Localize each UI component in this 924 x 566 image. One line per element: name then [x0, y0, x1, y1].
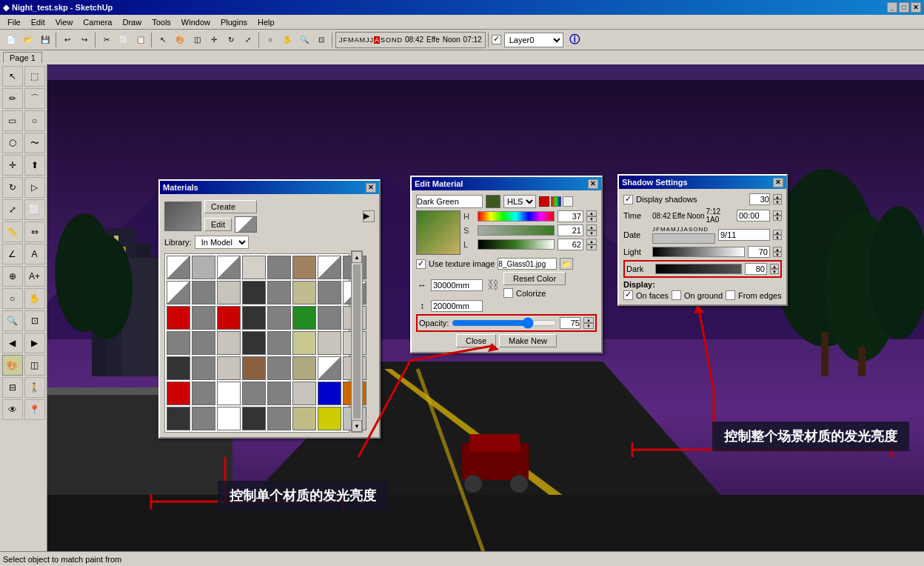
mat-cell[interactable]	[192, 356, 215, 380]
tool-rotate[interactable]: ↻	[2, 177, 23, 198]
mat-cell[interactable]	[167, 331, 190, 355]
mat-cell[interactable]	[292, 407, 316, 430]
menu-camera[interactable]: Camera	[78, 16, 116, 28]
toolbar-zoomext[interactable]: ⊡	[313, 32, 329, 48]
toolbar-save[interactable]: 💾	[37, 32, 53, 48]
mat-cell[interactable]	[217, 382, 241, 405]
scroll-up-btn[interactable]: ▲	[352, 251, 362, 263]
mat-cell[interactable]	[242, 356, 266, 380]
minimize-btn[interactable]: _	[887, 2, 897, 13]
toolbar-copy[interactable]: ⬜	[116, 32, 132, 48]
mat-cell[interactable]	[242, 382, 266, 405]
mat-cell[interactable]	[292, 382, 316, 405]
opacity-spin-down[interactable]: ▼	[583, 323, 594, 329]
shadow-titlebar[interactable]: Shadow Settings ✕	[619, 176, 786, 189]
tool-prev[interactable]: ◀	[2, 333, 23, 353]
mat-cell[interactable]	[192, 331, 215, 355]
mat-cell[interactable]	[318, 281, 341, 304]
color-custom-btn[interactable]	[563, 196, 573, 207]
materials-close[interactable]: ✕	[366, 183, 376, 193]
mat-cell[interactable]	[267, 331, 291, 355]
toolbar-paste[interactable]: 📋	[133, 32, 149, 48]
display-shadows-checkbox[interactable]	[623, 195, 633, 204]
tool-space[interactable]: ⬚	[24, 66, 45, 87]
tool-eraser[interactable]: ◫	[24, 355, 45, 376]
tool-lookaround[interactable]: 👁	[2, 399, 23, 420]
mat-cell[interactable]	[267, 281, 291, 304]
opacity-value[interactable]	[560, 317, 580, 329]
toolbar-new[interactable]: 📄	[3, 32, 19, 48]
opacity-spin-up[interactable]: ▲	[583, 317, 594, 323]
l-slider[interactable]	[478, 239, 555, 250]
toolbar-undo[interactable]: ↩	[59, 32, 76, 48]
mat-cell[interactable]	[192, 256, 215, 279]
dark-spin-down[interactable]: ▼	[770, 269, 779, 274]
tool-followme[interactable]: ▷	[24, 177, 45, 198]
make-new-btn[interactable]: Make New	[499, 334, 557, 347]
mat-cell[interactable]	[242, 256, 266, 279]
toolbar-paint[interactable]: 🎨	[172, 32, 188, 48]
materials-titlebar[interactable]: Materials ✕	[160, 181, 379, 194]
s-spin-down[interactable]: ▼	[586, 230, 597, 236]
l-spin-up[interactable]: ▲	[586, 239, 597, 244]
menu-file[interactable]: File	[3, 16, 25, 28]
mat-cell[interactable]	[292, 256, 316, 279]
tool-move[interactable]: ✛	[2, 155, 23, 176]
mat-cell[interactable]	[242, 306, 266, 330]
edit-material-titlebar[interactable]: Edit Material ✕	[412, 177, 601, 190]
s-value[interactable]	[558, 224, 583, 236]
menu-window[interactable]: Window	[177, 16, 215, 28]
tool-zoom[interactable]: 🔍	[2, 310, 23, 331]
maximize-btn[interactable]: □	[899, 2, 909, 13]
tool-protractor[interactable]: ∠	[2, 244, 23, 264]
tool-circle[interactable]: ○	[24, 110, 45, 131]
l-spin-down[interactable]: ▼	[586, 244, 597, 250]
date-spin-up[interactable]: ▲	[773, 230, 782, 235]
shadow-close[interactable]: ✕	[773, 178, 783, 187]
menu-draw[interactable]: Draw	[118, 16, 146, 28]
toolbar-cut[interactable]: ✂	[98, 32, 115, 48]
mat-cell[interactable]	[217, 281, 241, 304]
color-wheel-btn[interactable]	[551, 196, 561, 207]
mat-cell[interactable]	[267, 306, 291, 330]
tool-zoomwin[interactable]: ⊡	[24, 310, 45, 331]
mat-cell[interactable]	[167, 306, 190, 330]
tool-rect[interactable]: ▭	[2, 110, 23, 131]
tool-arc[interactable]: ⌒	[24, 88, 45, 109]
tool-next[interactable]: ▶	[24, 333, 45, 353]
toolbar-zoom[interactable]: 🔍	[296, 32, 312, 48]
dim1-input[interactable]	[431, 279, 483, 291]
mat-cell[interactable]	[318, 382, 341, 405]
mat-cell[interactable]	[242, 281, 266, 304]
material-name-input[interactable]	[416, 195, 483, 208]
texture-browse-btn[interactable]: 📁	[560, 258, 573, 270]
layer-info-btn[interactable]: ⓘ	[566, 32, 583, 48]
on-ground-checkbox[interactable]	[672, 290, 681, 300]
close-btn[interactable]: ✕	[911, 2, 921, 13]
time-spin-down[interactable]: ▼	[773, 216, 782, 221]
tool-orbit[interactable]: ○	[2, 288, 23, 309]
scroll-down-btn[interactable]: ▼	[352, 420, 362, 432]
mat-cell[interactable]	[217, 256, 241, 279]
mat-cell[interactable]	[267, 407, 291, 430]
s-spin-up[interactable]: ▲	[586, 224, 597, 230]
materials-win-controls[interactable]: ✕	[366, 183, 376, 193]
menu-plugins[interactable]: Plugins	[216, 16, 252, 28]
mat-cell[interactable]	[292, 281, 316, 304]
tool-pencil[interactable]: ✏	[2, 88, 23, 109]
tool-text[interactable]: A	[24, 244, 45, 264]
mat-cell[interactable]	[167, 407, 190, 430]
edit-material-close[interactable]: ✕	[588, 179, 598, 189]
display-spin-down[interactable]: ▼	[773, 199, 782, 204]
dark-slider[interactable]	[655, 264, 742, 274]
light-value[interactable]	[748, 246, 770, 258]
toolbar-orbit[interactable]: ○	[262, 32, 278, 48]
light-slider[interactable]	[652, 247, 745, 257]
mat-cell[interactable]	[217, 331, 241, 355]
toolbar-eraser[interactable]: ◫	[189, 32, 205, 48]
scroll-thumb[interactable]	[353, 264, 361, 419]
menu-view[interactable]: View	[51, 16, 78, 28]
mat-cell[interactable]	[192, 281, 215, 304]
menu-help[interactable]: Help	[253, 16, 279, 28]
tool-axes[interactable]: ⊕	[2, 266, 23, 287]
